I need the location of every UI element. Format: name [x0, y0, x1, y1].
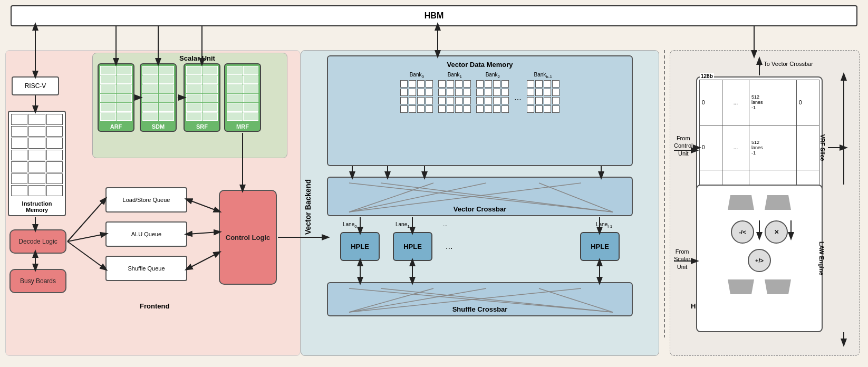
mux-top-left	[728, 195, 754, 210]
hple-n-label: HPLE	[591, 243, 609, 250]
bank1-label: Bank1	[448, 72, 462, 79]
scalar-unit-label: Scalar Unit	[179, 54, 215, 62]
mux-bot-left	[728, 279, 754, 294]
bank2-label: Bank2	[486, 72, 500, 79]
vrf-slice-label: VRF Slice	[820, 134, 826, 161]
sdm-box: SDM	[140, 63, 177, 132]
vrf-128b-label: 128b	[700, 73, 714, 79]
hple-box-n: HPLE	[580, 232, 620, 261]
subtract-less-op: -/<	[731, 220, 754, 244]
alu-queue-label: ALU Queue	[131, 231, 161, 237]
frontend-label: Frontend	[140, 302, 169, 310]
shuffle-queue-box: Shuffle Queue	[105, 256, 187, 281]
vector-data-memory-area: Vector Data Memory Bank0 Bank1	[327, 55, 633, 166]
hple-1-label: HPLE	[351, 243, 369, 250]
arf-label: ARF	[110, 123, 122, 130]
bank0-label: Bank0	[410, 72, 424, 79]
instruction-memory-box: Instruction Memory	[8, 111, 66, 216]
vdm-label: Vector Data Memory	[447, 61, 513, 69]
hple-2-label: HPLE	[403, 243, 422, 250]
lane1-label: Lane1	[396, 221, 410, 229]
bank-dots: ...	[514, 72, 521, 102]
busy-boards-label: Busy Boards	[20, 277, 56, 285]
shuffle-crossbar-box: Shuffle Crossbar	[327, 282, 633, 316]
risc-v-box: RISC-V	[12, 76, 59, 95]
from-control-unit-label: FromControlUnit	[674, 134, 692, 157]
srf-box: SRF	[184, 63, 220, 132]
mrf-label: MRF	[236, 123, 249, 130]
control-logic-label: Control Logic	[226, 234, 271, 242]
shuffle-crossbar-label: Shuffle Crossbar	[328, 305, 632, 313]
from-scalar-unit-label: FromScalarUnit	[674, 248, 690, 271]
alu-queue-box: ALU Queue	[105, 221, 187, 247]
lane-dots-label: ...	[443, 221, 447, 227]
busy-boards-box: Busy Boards	[9, 269, 66, 293]
add-greater-op: +/>	[748, 249, 771, 272]
mux-top-right	[765, 195, 791, 210]
vector-backend-label: Vector Backend	[304, 179, 312, 235]
hple-box-2: HPLE	[393, 232, 432, 261]
hbm-bar: HBM	[11, 5, 857, 26]
decode-logic-label: Decode Logic	[18, 238, 57, 245]
risc-v-label: RISC-V	[25, 82, 46, 90]
instruction-memory-label: Instruction Memory	[22, 200, 52, 213]
decode-logic-box: Decode Logic	[9, 229, 66, 254]
law-engine-label: LAW Engine	[818, 242, 825, 275]
vector-crossbar-label: Vector Crossbar	[328, 205, 632, 213]
lane0-label: Lane0	[343, 221, 357, 229]
shuffle-queue-label: Shuffle Queue	[128, 265, 165, 272]
hbm-label: HBM	[425, 11, 443, 21]
load-store-queue-box: Load/Store Queue	[105, 187, 187, 213]
to-vector-crossbar-label: ↑ To Vector Crossbar	[759, 61, 813, 67]
mux-bot-right	[765, 279, 791, 294]
load-store-queue-label: Load/Store Queue	[123, 197, 170, 203]
bankb1-label: Bankb-1	[534, 72, 552, 79]
law-engine-box: LAW Engine -/< ✕ +/>	[696, 185, 823, 332]
vector-crossbar-box: Vector Crossbar	[327, 177, 633, 216]
control-logic-box: Control Logic	[219, 190, 277, 285]
sdm-label: SDM	[152, 123, 165, 130]
hple-box-1: HPLE	[340, 232, 380, 261]
hple-dots: ...	[446, 242, 452, 251]
srf-label: SRF	[196, 123, 208, 130]
lanel1-label: Lanel-1	[596, 221, 612, 229]
multiply-op: ✕	[765, 220, 788, 244]
mrf-box: MRF	[224, 63, 261, 132]
arf-box: ARF	[98, 63, 134, 132]
